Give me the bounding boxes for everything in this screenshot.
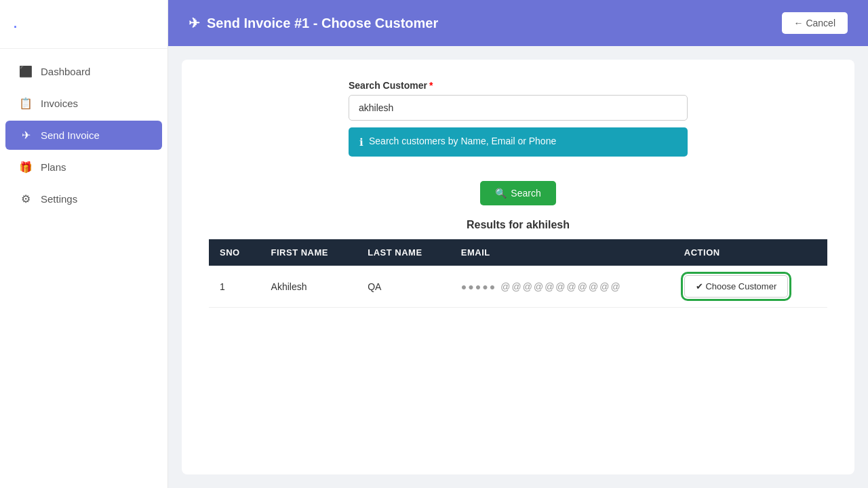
email-blurred: ●●●●● @@@@@@@@@@@ — [461, 281, 622, 292]
cancel-button[interactable]: ← Cancel — [782, 12, 848, 34]
page-header: ✈ Send Invoice #1 - Choose Customer ← Ca… — [168, 0, 868, 46]
search-label: Search Customer* — [349, 80, 688, 91]
sidebar-item-label: Dashboard — [41, 66, 90, 77]
sidebar-item-label: Send Invoice — [41, 129, 100, 141]
main-content: ✈ Send Invoice #1 - Choose Customer ← Ca… — [168, 0, 868, 488]
results-title: Results for akhilesh — [209, 219, 827, 231]
invoices-icon: 📋 — [19, 97, 33, 110]
sidebar-item-dashboard[interactable]: ⬛ Dashboard — [5, 57, 162, 86]
sidebar-item-label: Settings — [41, 193, 77, 205]
col-firstname: FIRST NAME — [260, 239, 357, 266]
sidebar-item-label: Plans — [41, 161, 66, 173]
col-sno: SNO — [209, 239, 260, 266]
page-title: ✈ Send Invoice #1 - Choose Customer — [189, 15, 438, 31]
cell-action: ✔ Choose Customer — [673, 266, 827, 308]
col-email: EMAIL — [450, 239, 673, 266]
sidebar-logo: · — [0, 14, 167, 49]
search-button[interactable]: 🔍 Search — [480, 181, 555, 205]
required-indicator: * — [429, 80, 433, 91]
choose-customer-button[interactable]: ✔ Choose Customer — [684, 275, 788, 298]
sidebar-item-settings[interactable]: ⚙ Settings — [5, 184, 162, 214]
info-box: ℹ Search customers by Name, Email or Pho… — [349, 127, 688, 157]
col-action: ACTION — [673, 239, 827, 266]
content-area: Search Customer* ℹ Search customers by N… — [182, 60, 854, 474]
search-input[interactable] — [349, 95, 688, 121]
cell-email: ●●●●● @@@@@@@@@@@ — [450, 266, 673, 308]
sidebar-item-label: Invoices — [41, 98, 78, 109]
plans-icon: 🎁 — [19, 161, 33, 174]
dashboard-icon: ⬛ — [19, 65, 33, 78]
cell-lastname: QA — [357, 266, 450, 308]
search-form: Search Customer* ℹ Search customers by N… — [349, 80, 688, 157]
info-icon: ℹ — [359, 136, 363, 148]
settings-icon: ⚙ — [19, 192, 33, 205]
sidebar-item-plans[interactable]: 🎁 Plans — [5, 152, 162, 182]
send-icon: ✈ — [189, 15, 200, 31]
sidebar: · ⬛ Dashboard 📋 Invoices ✈ Send Invoice … — [0, 0, 168, 488]
table-row: 1 Akhilesh QA ●●●●● @@@@@@@@@@@ ✔ Choose… — [209, 266, 827, 308]
search-btn-wrapper: 🔍 Search — [209, 170, 827, 205]
results-table: SNO FIRST NAME LAST NAME EMAIL ACTION 1 … — [209, 239, 827, 308]
cell-firstname: Akhilesh — [260, 266, 357, 308]
col-lastname: LAST NAME — [357, 239, 450, 266]
search-icon: 🔍 — [495, 188, 507, 199]
table-header-row: SNO FIRST NAME LAST NAME EMAIL ACTION — [209, 239, 827, 266]
sidebar-item-send-invoice[interactable]: ✈ Send Invoice — [5, 121, 162, 150]
send-invoice-icon: ✈ — [19, 129, 33, 142]
cell-sno: 1 — [209, 266, 260, 308]
sidebar-item-invoices[interactable]: 📋 Invoices — [5, 89, 162, 118]
